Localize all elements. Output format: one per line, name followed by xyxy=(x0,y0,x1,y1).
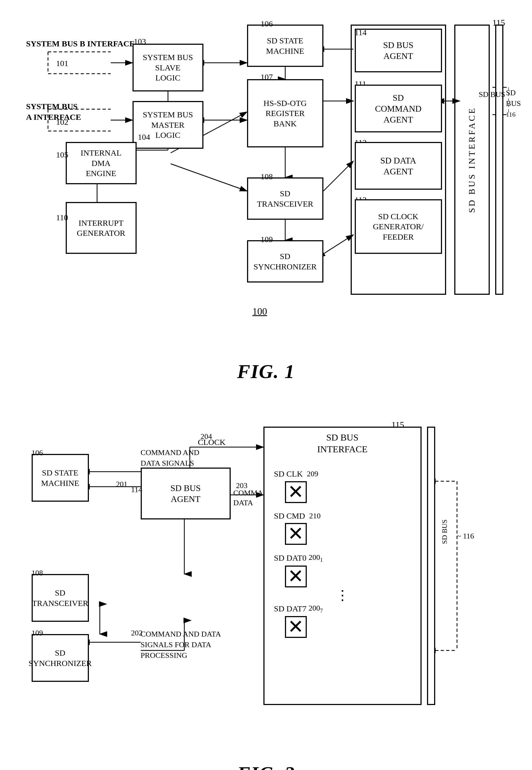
ref2-114: 114 xyxy=(131,485,142,494)
sd-synchronizer-box-fig2: SDSYNCHRONIZER xyxy=(32,634,89,682)
sd-bus-interface-bar: SD BUS INTERFACE xyxy=(454,25,490,295)
ref-102: 102 xyxy=(56,117,68,127)
sd-command-agent-box: SDCOMMANDAGENT xyxy=(355,85,442,132)
system-bus-a-interface-label: SYSTEM BUSA INTERFACE xyxy=(26,101,81,122)
page: HS-SD-OTG Register Bank (bidirectional) … xyxy=(0,0,532,770)
ref-115: 115 xyxy=(492,18,505,28)
ref2-106: 106 xyxy=(32,448,43,457)
ref2-202: 202 xyxy=(131,629,143,637)
sd-dat7-x: ✕ xyxy=(285,616,307,638)
ref-101: 101 xyxy=(56,59,68,68)
ref-104: 104 xyxy=(138,132,150,142)
fig1-diagram: HS-SD-OTG Register Bank (bidirectional) … xyxy=(23,16,509,377)
ref2-109: 109 xyxy=(32,629,43,637)
ref-109: 109 xyxy=(261,235,273,244)
fig2-right-bracket xyxy=(435,427,490,705)
fig2-title: FIG. 2 xyxy=(22,762,510,770)
clock-text: CLOCK xyxy=(198,437,226,447)
ref2-108: 108 xyxy=(32,568,43,577)
ref-116-label: SD BUS xyxy=(479,90,505,99)
fig2-diagram: SD STATEMACHINE 106 COMMAND ANDDATA SIGN… xyxy=(23,405,509,754)
sd-dat0-x: ✕ xyxy=(285,565,307,588)
ref-110: 110 xyxy=(56,213,68,222)
sd-clk-row: SD CLK 209 xyxy=(274,469,318,479)
sd-state-machine-box-fig1: SD STATEMACHINE xyxy=(247,25,323,67)
sd-bus-right-label-fig2: SD BUS xyxy=(441,519,449,544)
sd-dat0-row: SD DAT0 2001 xyxy=(274,552,323,563)
sd-dat7-row: SD DAT7 2007 xyxy=(274,603,323,614)
sd-transceiver-box-fig1: SDTRANSCEIVER xyxy=(247,177,323,220)
internal-dma-engine-box: INTERNALDMAENGINE xyxy=(66,142,137,184)
svg-line-33 xyxy=(323,235,353,254)
ref2-115: 115 xyxy=(392,420,404,430)
sd-clk-x: ✕ xyxy=(285,481,307,503)
svg-line-32 xyxy=(323,161,353,191)
sd-bus-interface-box-fig2: SD BUSINTERFACE SD CLK 209 ✕ SD CMD 210 … xyxy=(263,427,422,705)
sd-state-machine-box-fig2: SD STATEMACHINE xyxy=(32,454,89,502)
sd-bus-agent-box-fig2: SD BUSAGENT xyxy=(141,467,231,519)
ref-103: 103 xyxy=(134,37,146,46)
sd-data-agent-box: SD DATAAGENT xyxy=(355,142,442,190)
interrupt-generator-box: INTERRUPTGENERATOR xyxy=(66,202,137,254)
command-data-processing-label: COMMAND AND DATASIGNALS FOR DATAPROCESSI… xyxy=(141,629,233,661)
ref-100: 100 xyxy=(253,306,267,317)
sd-cmd-row: SD CMD 210 xyxy=(274,511,321,521)
sd-clock-generator-feeder-box: SD CLOCKGENERATOR/FEEDER xyxy=(355,199,442,254)
sd-bus-outer-bar-fig2 xyxy=(427,427,435,705)
svg-line-26 xyxy=(171,164,247,191)
sd-cmd-x: ✕ xyxy=(285,523,307,545)
system-bus-b-interface-label: SYSTEM BUS B INTERFACE xyxy=(26,38,135,49)
sd-bus-outer-bar xyxy=(495,25,503,295)
ref-105: 105 xyxy=(56,150,68,159)
ref-108: 108 xyxy=(261,172,273,181)
sd-bus-interface-title: SD BUSINTERFACE xyxy=(269,432,416,455)
ref-106: 106 xyxy=(261,19,273,28)
sd-bus-agent-box: SD BUSAGENT xyxy=(355,29,442,72)
ref-107: 107 xyxy=(261,72,273,82)
sd-synchronizer-box-fig1: SDSYNCHRONIZER xyxy=(247,240,323,283)
ref-114: 114 xyxy=(355,28,367,37)
dots: ⋮ xyxy=(269,590,416,601)
system-bus-slave-logic-box: SYSTEM BUSSLAVELOGIC xyxy=(133,44,203,91)
sd-bus-label-right: SD BUS 116 xyxy=(506,87,521,119)
hs-sd-otg-register-bank-box: HS-SD-OTGREGISTERBANK xyxy=(247,79,323,147)
ref2-116: ~ 116 xyxy=(457,530,474,542)
ref2-201: 201 xyxy=(116,480,128,488)
sd-transceiver-box-fig2: SDTRANSCEIVER xyxy=(32,574,89,622)
